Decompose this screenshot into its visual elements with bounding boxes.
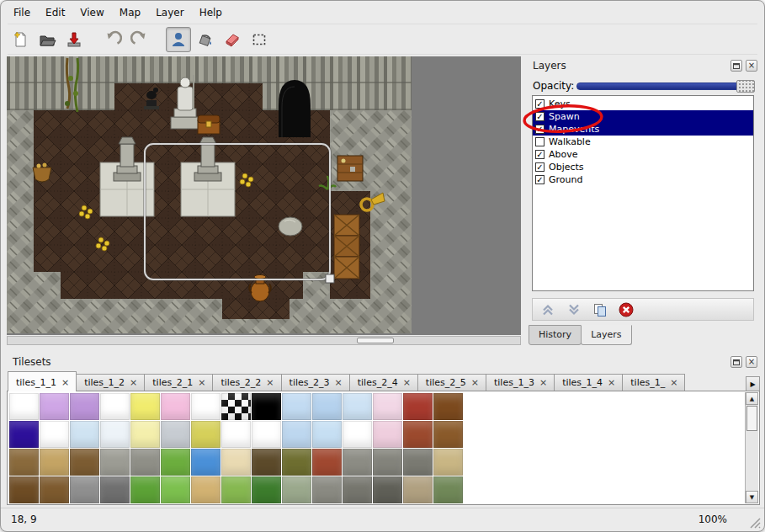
map-canvas[interactable] (7, 56, 412, 333)
tile[interactable] (130, 421, 160, 448)
tile[interactable] (252, 393, 281, 420)
tile[interactable] (130, 449, 160, 476)
tileset-tab-tiles_2_5[interactable]: tiles_2_5× (417, 374, 486, 391)
tile[interactable] (40, 393, 69, 420)
tileset-tab-tiles_1_[interactable]: tiles_1_× (622, 374, 685, 391)
tab-close-icon[interactable]: × (130, 379, 137, 386)
save-file-button[interactable] (61, 27, 87, 52)
tileset-tab-tiles_1_4[interactable]: tiles_1_4× (554, 374, 623, 391)
fill-tool-button[interactable] (193, 27, 218, 52)
tile[interactable] (433, 393, 463, 420)
layer-row-keys[interactable]: ✓Keys (533, 98, 753, 110)
tile[interactable] (373, 421, 402, 448)
tile[interactable] (221, 421, 251, 448)
layer-visibility-checkbox[interactable]: ✓ (535, 112, 545, 121)
tile[interactable] (373, 393, 402, 420)
tile[interactable] (100, 476, 130, 503)
tileset-tab-tiles_1_2[interactable]: tiles_1_2× (76, 374, 145, 391)
layer-row-ground[interactable]: ✓Ground (533, 173, 753, 186)
map-viewport[interactable] (7, 56, 521, 335)
tile[interactable] (252, 476, 281, 503)
tile[interactable] (191, 393, 220, 420)
tile[interactable] (130, 476, 160, 503)
tile[interactable] (282, 393, 311, 420)
tile[interactable] (221, 393, 251, 420)
tile[interactable] (130, 393, 160, 420)
tile[interactable] (161, 393, 190, 420)
tile[interactable] (343, 476, 372, 503)
tab-close-icon[interactable]: × (334, 379, 342, 386)
tile[interactable] (161, 476, 190, 503)
close-panel-button[interactable]: × (746, 356, 757, 368)
opacity-slider[interactable] (576, 82, 755, 90)
tile[interactable] (9, 476, 39, 503)
menu-item-view[interactable]: View (72, 4, 111, 21)
tile[interactable] (403, 476, 433, 503)
tile[interactable] (312, 449, 342, 476)
layer-row-spawn[interactable]: ✓Spawn (533, 110, 753, 123)
tile[interactable] (373, 449, 402, 476)
tile[interactable] (9, 393, 39, 420)
tile[interactable] (433, 476, 463, 503)
tab-close-icon[interactable]: × (198, 379, 205, 386)
tab-close-icon[interactable]: × (670, 379, 677, 386)
menu-item-map[interactable]: Map (112, 4, 148, 21)
opacity-slider-handle[interactable] (736, 80, 755, 93)
tileset-tab-tiles_1_3[interactable]: tiles_1_3× (486, 374, 555, 391)
tile[interactable] (221, 449, 251, 476)
tile[interactable] (161, 449, 190, 476)
float-panel-button[interactable] (730, 60, 742, 72)
select-region-tool-button[interactable] (247, 27, 272, 52)
tile[interactable] (70, 449, 99, 476)
menu-item-help[interactable]: Help (192, 4, 230, 21)
redo-button[interactable] (127, 27, 152, 52)
tile[interactable] (221, 476, 251, 503)
tile[interactable] (282, 449, 311, 476)
tab-scroll-right-button[interactable]: ▶ (746, 376, 760, 391)
tile[interactable] (100, 421, 130, 448)
tab-close-icon[interactable]: × (471, 379, 479, 386)
layer-row-mapevents[interactable]: ✓Mapevents (533, 123, 753, 136)
tile[interactable] (312, 421, 342, 448)
layer-visibility-checkbox[interactable]: ✓ (535, 162, 545, 172)
tile[interactable] (403, 393, 433, 420)
menu-item-edit[interactable]: Edit (38, 4, 72, 21)
layer-row-walkable[interactable]: Walkable (533, 136, 753, 148)
tile[interactable] (252, 449, 281, 476)
tile[interactable] (40, 476, 69, 503)
tile[interactable] (9, 449, 39, 476)
tile[interactable] (161, 421, 190, 448)
tile[interactable] (282, 421, 311, 448)
tile[interactable] (343, 393, 372, 420)
menu-item-file[interactable]: File (6, 4, 38, 21)
tileset-tab-tiles_2_3[interactable]: tiles_2_3× (281, 374, 350, 391)
menu-item-layer[interactable]: Layer (148, 4, 191, 21)
layer-visibility-checkbox[interactable]: ✓ (535, 125, 545, 134)
panel-tab-history[interactable]: History (529, 325, 582, 345)
layer-visibility-checkbox[interactable]: ✓ (535, 99, 545, 109)
duplicate-layer-button[interactable] (591, 301, 609, 319)
tile[interactable] (100, 449, 130, 476)
map-horizontal-scrollbar[interactable] (7, 336, 521, 345)
move-layer-down-button[interactable] (565, 301, 583, 319)
tile[interactable] (70, 393, 99, 420)
scroll-down-button[interactable]: ▼ (746, 491, 758, 503)
tile[interactable] (403, 421, 433, 448)
palette-scrollbar-thumb[interactable] (746, 406, 757, 431)
map-scrollbar-thumb[interactable] (357, 338, 394, 343)
tile[interactable] (343, 449, 372, 476)
float-panel-button[interactable] (730, 356, 742, 368)
tile[interactable] (70, 476, 99, 503)
tile[interactable] (252, 421, 281, 448)
delete-layer-button[interactable] (617, 301, 635, 319)
layer-visibility-checkbox[interactable] (535, 137, 545, 146)
new-file-button[interactable] (8, 27, 33, 52)
move-layer-up-button[interactable] (539, 301, 557, 319)
tile[interactable] (191, 421, 220, 448)
resize-grip[interactable] (750, 518, 761, 529)
tile[interactable] (191, 449, 220, 476)
tile[interactable] (403, 449, 433, 476)
layer-visibility-checkbox[interactable]: ✓ (535, 150, 545, 159)
tile[interactable] (433, 449, 463, 476)
tile[interactable] (40, 421, 69, 448)
